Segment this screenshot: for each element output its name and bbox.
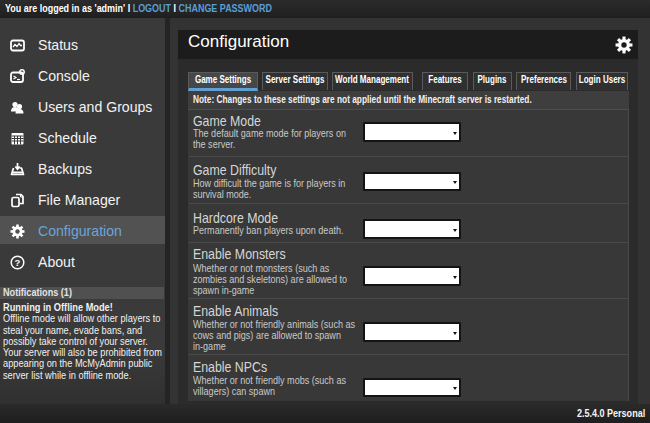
svg-text:?: ? xyxy=(15,256,21,267)
